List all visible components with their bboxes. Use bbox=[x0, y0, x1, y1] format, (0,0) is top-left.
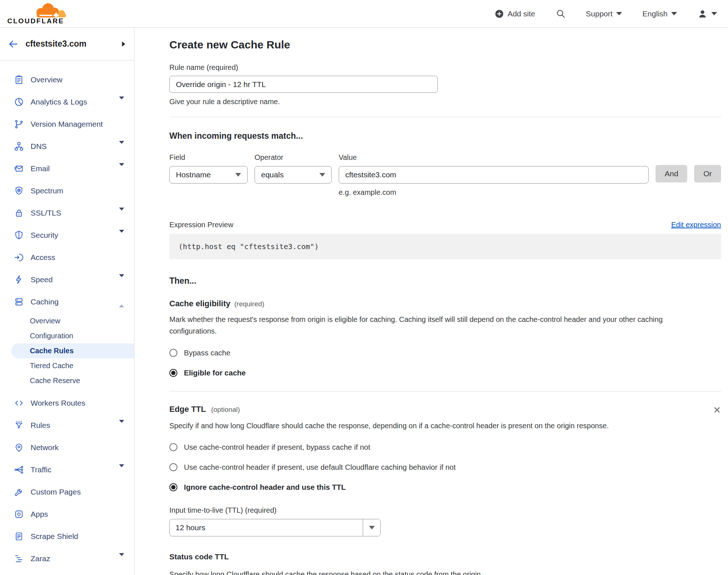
search-button[interactable] bbox=[556, 9, 566, 19]
expression-row: Expression Preview Edit expression bbox=[169, 221, 721, 229]
add-site-plus-icon bbox=[495, 9, 504, 19]
edge-ttl-heading: Edge TTL bbox=[169, 405, 206, 414]
eligibility-heading: Cache eligibility bbox=[169, 299, 231, 308]
user-icon bbox=[697, 9, 708, 19]
sidebar-subitem-cache-reserve[interactable]: Cache Reserve bbox=[0, 373, 134, 388]
chevron-down-icon bbox=[119, 208, 124, 218]
sidebar-item-custom-pages[interactable]: Custom Pages bbox=[0, 481, 134, 503]
sidebar-subitem-configuration[interactable]: Configuration bbox=[0, 328, 134, 343]
radio-option-use-cache-control-header-if-present-use-[interactable]: Use cache-control header if present, use… bbox=[169, 463, 721, 472]
chevron-up-icon bbox=[119, 296, 124, 307]
sidebar-item-dns[interactable]: DNS bbox=[0, 135, 134, 157]
account-menu[interactable] bbox=[697, 9, 717, 19]
email-icon bbox=[13, 163, 24, 174]
overview-icon bbox=[13, 74, 24, 85]
edge-ttl-radio-group: Use cache-control header if present, byp… bbox=[169, 443, 721, 492]
radio-option-ignore-cache-control-header-and-use-this[interactable]: Ignore cache-control header and use this… bbox=[169, 483, 721, 492]
sidebar-item-label: Spectrum bbox=[31, 186, 124, 195]
sidebar-item-caching[interactable]: Caching bbox=[0, 291, 134, 313]
sidebar-item-spectrum[interactable]: Spectrum bbox=[0, 180, 134, 202]
rule-name-label: Rule name (required) bbox=[169, 63, 721, 72]
chevron-right-icon[interactable] bbox=[122, 42, 125, 47]
sidebar-item-scrape-shield[interactable]: Scrape Shield bbox=[0, 525, 134, 547]
sidebar-item-label: Zaraz bbox=[31, 554, 113, 563]
radio-option-label: Use cache-control header if present, byp… bbox=[184, 443, 370, 452]
sidebar-item-workers-routes[interactable]: Workers Routes bbox=[0, 392, 134, 414]
eligibility-radio-group: Bypass cacheEligible for cache bbox=[169, 348, 721, 377]
match-row: Field Hostname Operator equals Value bbox=[169, 153, 721, 197]
edge-ttl-qualifier: (optional) bbox=[211, 406, 240, 413]
custom-pages-icon bbox=[13, 487, 24, 497]
sidebar-item-speed[interactable]: Speed bbox=[0, 268, 134, 291]
cloudflare-dashboard: CLOUDFLARE Add site Support English bbox=[0, 0, 728, 575]
sidebar-item-label: Email bbox=[31, 164, 113, 173]
sidebar-item-security[interactable]: Security bbox=[0, 224, 134, 246]
sidebar-item-ssl-tls[interactable]: SSL/TLS bbox=[0, 202, 134, 224]
sidebar-item-network[interactable]: Network bbox=[0, 436, 134, 458]
spectrum-icon bbox=[13, 185, 24, 196]
sidebar-item-analytics-logs[interactable]: Analytics & Logs bbox=[0, 91, 134, 113]
cloudflare-logo[interactable]: CLOUDFLARE bbox=[7, 1, 71, 27]
back-arrow-icon[interactable] bbox=[8, 39, 18, 49]
support-menu[interactable]: Support bbox=[586, 9, 622, 18]
operator-select[interactable]: equals bbox=[255, 166, 332, 184]
cloudflare-wordmark: CLOUDFLARE bbox=[7, 17, 64, 25]
radio-option-use-cache-control-header-if-present-bypa[interactable]: Use cache-control header if present, byp… bbox=[169, 443, 721, 452]
chevron-down-icon bbox=[119, 230, 124, 241]
rule-name-input[interactable] bbox=[169, 76, 438, 93]
chevron-down-icon bbox=[616, 12, 622, 15]
or-button[interactable]: Or bbox=[694, 165, 721, 182]
language-menu[interactable]: English bbox=[642, 9, 677, 18]
add-site-button[interactable]: Add site bbox=[495, 9, 535, 19]
expression-preview-label: Expression Preview bbox=[169, 221, 233, 229]
sidebar-item-web3[interactable]: Web3New bbox=[0, 570, 134, 575]
value-input[interactable] bbox=[339, 166, 649, 184]
sidebar-item-zaraz[interactable]: Zaraz bbox=[0, 547, 134, 570]
sidebar-item-access[interactable]: Access bbox=[0, 246, 134, 268]
match-heading: When incoming requests match... bbox=[169, 131, 721, 141]
radio-unselected-icon[interactable] bbox=[169, 463, 177, 471]
main-content: Create new Cache Rule Rule name (require… bbox=[134, 28, 728, 575]
sidebar-item-label: DNS bbox=[31, 142, 113, 151]
radio-option-eligible-for-cache[interactable]: Eligible for cache bbox=[169, 369, 721, 377]
radio-option-label: Bypass cache bbox=[184, 348, 231, 357]
radio-unselected-icon[interactable] bbox=[169, 349, 177, 357]
site-name: cftestsite3.com bbox=[25, 39, 115, 49]
chevron-down-icon bbox=[119, 553, 124, 564]
chevron-down-icon bbox=[711, 12, 717, 15]
sidebar-item-traffic[interactable]: Traffic bbox=[0, 458, 134, 481]
radio-selected-icon[interactable] bbox=[169, 483, 177, 491]
analytics-icon bbox=[13, 97, 24, 107]
caching-icon bbox=[13, 296, 24, 307]
site-header: cftestsite3.com bbox=[0, 28, 134, 60]
sidebar-subitem-overview[interactable]: Overview bbox=[0, 314, 134, 328]
ttl-dropdown-button[interactable] bbox=[363, 519, 380, 536]
sidebar-subitem-cache-rules[interactable]: Cache Rules bbox=[11, 343, 134, 358]
field-select[interactable]: Hostname bbox=[169, 166, 248, 184]
value-help: e.g. example.com bbox=[339, 188, 649, 197]
page-title: Create new Cache Rule bbox=[169, 39, 721, 51]
sidebar-item-label: Overview bbox=[31, 75, 124, 84]
operator-label: Operator bbox=[255, 153, 332, 162]
sidebar-subitem-tiered-cache[interactable]: Tiered Cache bbox=[0, 358, 134, 373]
sidebar-item-email[interactable]: Email bbox=[0, 157, 134, 180]
sidebar-item-overview[interactable]: Overview bbox=[0, 68, 134, 91]
field-label: Field bbox=[169, 153, 248, 162]
close-icon[interactable]: ✕ bbox=[713, 405, 721, 415]
radio-option-label: Use cache-control header if present, use… bbox=[184, 463, 456, 472]
radio-option-bypass-cache[interactable]: Bypass cache bbox=[169, 348, 721, 357]
radio-selected-icon[interactable] bbox=[169, 369, 177, 377]
and-button[interactable]: And bbox=[656, 165, 687, 182]
edge-ttl-heading-row: Edge TTL (optional) ✕ bbox=[169, 405, 721, 415]
sidebar-item-label: Apps bbox=[31, 510, 124, 519]
edit-expression-link[interactable]: Edit expression bbox=[671, 221, 721, 229]
top-bar: CLOUDFLARE Add site Support English bbox=[0, 0, 728, 28]
sidebar-item-version-management[interactable]: Version Management bbox=[0, 113, 134, 135]
chevron-down-icon bbox=[119, 464, 124, 475]
version-icon bbox=[13, 119, 24, 130]
ssl-icon bbox=[13, 208, 24, 218]
ttl-select[interactable]: 12 hours bbox=[169, 519, 381, 536]
sidebar-item-rules[interactable]: Rules bbox=[0, 414, 134, 436]
radio-unselected-icon[interactable] bbox=[169, 443, 177, 451]
sidebar-item-apps[interactable]: Apps bbox=[0, 503, 134, 525]
